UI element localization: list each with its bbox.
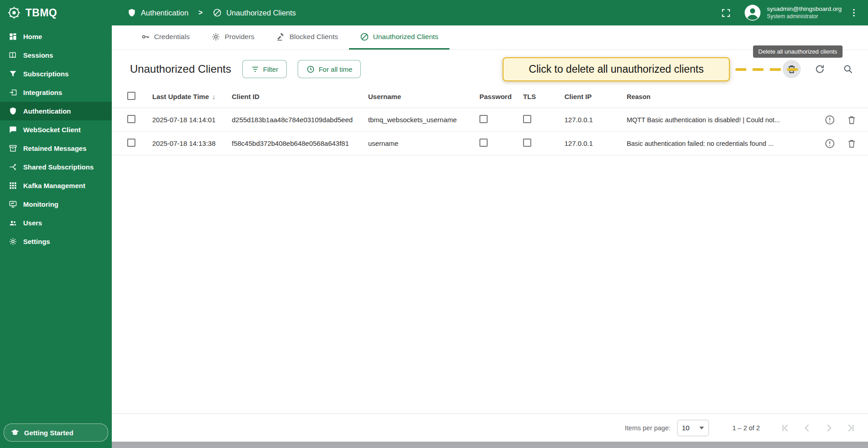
tbmq-logo-icon xyxy=(7,6,21,20)
sidebar-item-settings[interactable]: Settings xyxy=(0,232,112,251)
archive-icon xyxy=(8,144,17,153)
table-footer: Items per page: 10 1 – 2 of 2 xyxy=(112,413,868,442)
topbar-right: sysadmin@thingsboard.org System administ… xyxy=(721,4,859,21)
error-details-icon[interactable] xyxy=(824,114,835,125)
sort-descending-icon: ↓ xyxy=(212,93,216,100)
topbar: Authentication > Unauthorized Clients sy… xyxy=(112,0,868,25)
delete-row-icon[interactable] xyxy=(846,138,857,149)
clock-icon xyxy=(306,65,315,74)
column-header-last-update-time[interactable]: Last Update Time ↓ xyxy=(152,93,232,100)
tab-credentials[interactable]: Credentials xyxy=(130,25,200,50)
column-header-username[interactable]: Username xyxy=(368,93,479,100)
sidebar-item-sessions[interactable]: Sessions xyxy=(0,46,112,65)
column-header-reason[interactable]: Reason xyxy=(627,93,807,100)
sidebar: TBMQ Home Sessions Subscriptions Integra… xyxy=(0,0,112,448)
gavel-icon xyxy=(276,32,285,41)
gear-icon xyxy=(8,237,17,246)
table-row[interactable]: 2025-07-18 14:13:38 f58c45bd372b408eb648… xyxy=(112,132,868,155)
user-email: sysadmin@thingsboard.org xyxy=(767,5,842,13)
sidebar-item-retained-messages[interactable]: Retained Messages xyxy=(0,139,112,158)
tab-label: Blocked Clients xyxy=(289,33,338,41)
previous-page-icon[interactable] xyxy=(802,423,813,433)
users-icon xyxy=(8,219,17,228)
delete-row-icon[interactable] xyxy=(846,114,857,125)
integrations-icon xyxy=(8,88,17,97)
more-vert-icon[interactable] xyxy=(849,8,859,18)
fullscreen-icon[interactable] xyxy=(721,8,731,18)
select-all-checkbox[interactable] xyxy=(127,92,135,100)
sidebar-item-monitoring[interactable]: Monitoring xyxy=(0,195,112,214)
getting-started-button[interactable]: Getting Started xyxy=(4,423,108,442)
cell-reason: MQTT Basic authentication is disabled! |… xyxy=(627,116,807,124)
slash-circle-icon xyxy=(213,8,222,17)
time-range-button[interactable]: For all time xyxy=(298,60,361,78)
row-checkbox[interactable] xyxy=(127,115,135,123)
first-page-icon[interactable] xyxy=(780,423,791,433)
sidebar-item-subscriptions[interactable]: Subscriptions xyxy=(0,65,112,83)
apps-grid-icon xyxy=(8,181,17,190)
monitor-icon xyxy=(8,200,17,209)
main-area: Authentication > Unauthorized Clients sy… xyxy=(112,0,868,448)
search-icon[interactable] xyxy=(839,60,857,78)
sidebar-item-websocket-client[interactable]: WebSocket Client xyxy=(0,120,112,139)
breadcrumb-item-authentication[interactable]: Authentication xyxy=(141,9,189,17)
content-card: Unauthorized Clients Filter For all time xyxy=(112,50,868,442)
dropdown-arrow-icon xyxy=(699,427,704,429)
cell-client-ip: 127.0.0.1 xyxy=(564,139,627,147)
sidebar-item-shared-subscriptions[interactable]: Shared Subscriptions xyxy=(0,158,112,176)
column-header-tls[interactable]: TLS xyxy=(523,93,564,100)
pagination-controls xyxy=(780,423,856,433)
tls-checkbox[interactable] xyxy=(523,139,531,147)
column-header-client-ip[interactable]: Client IP xyxy=(564,93,627,100)
cell-client-id: d255d183b1aa48c784e03109dabd5eed xyxy=(232,116,368,124)
chat-icon xyxy=(8,125,17,134)
delete-all-callout: Click to delete all unauthorized clients xyxy=(503,57,730,81)
breadcrumb-item-unauthorized-clients[interactable]: Unauthorized Clients xyxy=(226,9,296,17)
next-page-icon[interactable] xyxy=(823,423,834,433)
sidebar-item-kafka-management[interactable]: Kafka Management xyxy=(0,176,112,195)
last-page-icon[interactable] xyxy=(845,423,856,433)
home-icon xyxy=(8,32,17,41)
column-header-client-id[interactable]: Client ID xyxy=(232,93,368,100)
password-checkbox[interactable] xyxy=(479,139,488,147)
gear-icon xyxy=(211,32,220,41)
key-icon xyxy=(141,32,150,41)
filter-button[interactable]: Filter xyxy=(242,60,287,78)
table-empty-space xyxy=(112,155,868,413)
cell-reason: Basic authentication failed: no credenti… xyxy=(627,140,807,147)
school-cap-icon xyxy=(10,428,20,437)
row-checkbox[interactable] xyxy=(127,139,135,147)
user-info[interactable]: sysadmin@thingsboard.org System administ… xyxy=(767,5,842,20)
table-header: Last Update Time ↓ Client ID Username Pa… xyxy=(112,85,868,108)
error-details-icon[interactable] xyxy=(824,138,835,149)
call-split-icon xyxy=(8,163,17,172)
refresh-icon[interactable] xyxy=(811,60,829,78)
breadcrumb: Authentication > Unauthorized Clients xyxy=(127,8,296,17)
user-role: System administrator xyxy=(767,13,842,20)
password-checkbox[interactable] xyxy=(479,115,488,123)
app-logo[interactable]: TBMQ xyxy=(0,0,112,25)
sessions-icon xyxy=(8,51,17,60)
tab-blocked-clients[interactable]: Blocked Clients xyxy=(265,25,349,50)
tab-providers[interactable]: Providers xyxy=(200,25,265,50)
sidebar-item-integrations[interactable]: Integrations xyxy=(0,83,112,102)
cell-client-ip: 127.0.0.1 xyxy=(564,116,627,124)
tab-unauthorized-clients[interactable]: Unauthorized Clients xyxy=(349,25,449,50)
sidebar-item-users[interactable]: Users xyxy=(0,214,112,232)
avatar[interactable] xyxy=(744,4,761,21)
table-row[interactable]: 2025-07-18 14:14:01 d255d183b1aa48c784e0… xyxy=(112,108,868,132)
cell-last-update-time: 2025-07-18 14:14:01 xyxy=(152,116,232,124)
tab-label: Providers xyxy=(224,33,254,41)
breadcrumb-separator: > xyxy=(199,9,203,17)
tls-checkbox[interactable] xyxy=(523,115,531,123)
shield-icon xyxy=(8,107,17,116)
cell-last-update-time: 2025-07-18 14:13:38 xyxy=(152,139,232,147)
page-size-select[interactable]: 10 xyxy=(677,420,709,436)
sidebar-item-authentication[interactable]: Authentication xyxy=(0,102,112,120)
callout-dashed-arrow xyxy=(735,68,798,71)
cell-username: username xyxy=(368,139,479,147)
shield-icon xyxy=(127,8,136,17)
column-header-password[interactable]: Password xyxy=(479,93,523,100)
sidebar-item-home[interactable]: Home xyxy=(0,27,112,46)
subscriptions-icon xyxy=(8,70,17,79)
